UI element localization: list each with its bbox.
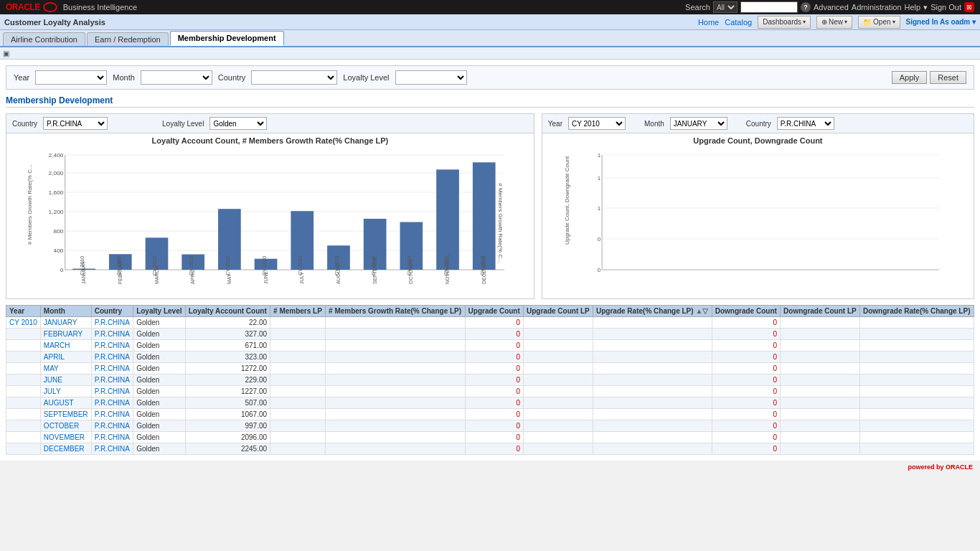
table-cell: [6, 329, 41, 340]
svg-text:CY 2010: CY 2010: [225, 256, 231, 276]
table-cell: JANUARY: [40, 317, 91, 329]
table-cell: [593, 340, 712, 352]
oracle-logo-icon: [43, 2, 57, 12]
table-cell: [593, 375, 712, 386]
right-y-axis-label: Upgrade Count, Downgrade Count: [563, 202, 570, 245]
advanced-link[interactable]: Advanced: [814, 3, 849, 11]
data-table: Year Month Country Loyalty Level Loyalty…: [6, 305, 974, 455]
table-cell: 0: [712, 432, 780, 443]
right-country-label: Country: [746, 120, 771, 128]
table-cell: [781, 420, 860, 432]
table-cell: [6, 340, 41, 352]
table-cell: [860, 317, 974, 329]
table-cell: 0: [465, 375, 523, 386]
table-cell: 0: [712, 420, 780, 432]
table-cell: [524, 363, 593, 375]
table-cell: [270, 352, 326, 363]
table-cell: [6, 386, 41, 397]
loyalty-filter-select[interactable]: [395, 70, 467, 85]
svg-text:MAY: MAY: [226, 273, 232, 284]
search-help-icon[interactable]: ?: [801, 2, 811, 12]
table-cell: MAY: [40, 363, 91, 375]
collapse-icon[interactable]: ▣: [3, 50, 9, 57]
table-cell: [326, 443, 466, 455]
data-table-section: Year Month Country Loyalty Level Loyalty…: [6, 305, 974, 455]
right-year-select[interactable]: CY 2010: [568, 117, 626, 130]
administration-link[interactable]: Administration: [852, 3, 902, 11]
table-cell: 0: [465, 363, 523, 375]
table-cell: [326, 420, 466, 432]
table-cell: [781, 386, 860, 397]
svg-text:DECEMBER: DECEMBER: [481, 255, 487, 284]
table-cell: [326, 386, 466, 397]
section-heading: Membership Development: [6, 95, 974, 108]
table-cell: [270, 409, 326, 420]
table-cell: 0: [712, 409, 780, 420]
search-input[interactable]: [740, 1, 798, 13]
search-scope-select[interactable]: All: [713, 1, 738, 13]
table-cell: Golden: [133, 317, 186, 329]
table-cell: 0: [712, 386, 780, 397]
table-cell: Golden: [133, 420, 186, 432]
table-cell: [593, 409, 712, 420]
table-cell: P.R.CHINA: [91, 363, 133, 375]
svg-text:0: 0: [597, 236, 600, 242]
right-chart-container: Upgrade Count, Downgrade Count 0 0 1 1 1: [542, 148, 974, 298]
home-link[interactable]: Home: [698, 18, 719, 27]
th-downgrade-lp: Downgrade Count LP: [781, 306, 860, 317]
open-button[interactable]: 📁 Open ▾: [858, 16, 900, 29]
reset-button[interactable]: Reset: [930, 71, 966, 84]
help-link[interactable]: Help: [905, 3, 921, 11]
table-cell: P.R.CHINA: [91, 420, 133, 432]
table-cell: 0: [465, 317, 523, 329]
svg-text:1: 1: [597, 205, 600, 212]
table-cell: CY 2010: [6, 317, 41, 329]
table-cell: 0: [465, 352, 523, 363]
table-cell: 0: [465, 409, 523, 420]
th-upgrade-count: Upgrade Count: [465, 306, 523, 317]
sign-out-link[interactable]: Sign Out: [930, 3, 961, 11]
table-cell: 2245.00: [185, 443, 270, 455]
tab-membership-development[interactable]: Membership Development: [170, 31, 284, 46]
tab-airline-contribution[interactable]: Airline Contribution: [3, 32, 85, 46]
svg-text:APRIL: APRIL: [189, 270, 196, 284]
country-filter-select[interactable]: [251, 70, 337, 85]
table-cell: P.R.CHINA: [91, 443, 133, 455]
table-row: CY 2010JANUARYP.R.CHINAGolden22.0000: [6, 317, 974, 329]
dashboards-button[interactable]: Dashboards ▾: [758, 16, 811, 29]
th-downgrade-rate: Downgrade Rate(% Change LP): [860, 306, 974, 317]
year-filter-select[interactable]: [35, 70, 107, 85]
catalog-link[interactable]: Catalog: [725, 18, 752, 27]
table-cell: 0: [712, 340, 780, 352]
left-country-select[interactable]: P.R.CHINA: [43, 117, 108, 130]
table-cell: P.R.CHINA: [91, 432, 133, 443]
month-filter-select[interactable]: [141, 70, 212, 85]
table-cell: FEBRUARY: [40, 329, 91, 340]
table-cell: 0: [712, 317, 780, 329]
content-area: Year Month Country Loyalty Level Apply R…: [0, 60, 980, 461]
table-cell: 671.00: [185, 340, 270, 352]
sign-out-icon: ⊠: [964, 2, 974, 12]
tab-earn-redemption[interactable]: Earn / Redemption: [87, 32, 169, 46]
table-cell: Golden: [133, 340, 186, 352]
table-cell: [326, 363, 466, 375]
svg-text:AUGUST: AUGUST: [335, 263, 341, 284]
oracle-brand: ORACLE: [946, 463, 973, 471]
left-loyalty-select[interactable]: Golden: [209, 117, 267, 130]
table-cell: [6, 375, 41, 386]
table-cell: [6, 363, 41, 375]
table-cell: 0: [712, 443, 780, 455]
table-cell: Golden: [133, 352, 186, 363]
table-cell: [326, 340, 466, 352]
right-country-select[interactable]: P.R.CHINA: [777, 117, 834, 130]
left-country-label: Country: [12, 120, 37, 128]
signed-in-label: Signed In As oadm ▾: [906, 18, 976, 26]
new-button[interactable]: ⊕ New ▾: [816, 16, 852, 29]
table-cell: P.R.CHINA: [91, 340, 133, 352]
table-cell: [860, 409, 974, 420]
table-cell: [270, 397, 326, 409]
second-navigation: Customer Loyalty Analysis Home Catalog D…: [0, 14, 980, 30]
apply-button[interactable]: Apply: [892, 71, 928, 84]
table-row: MARCHP.R.CHINAGolden671.0000: [6, 340, 974, 352]
right-month-select[interactable]: JANUARY: [670, 117, 727, 130]
